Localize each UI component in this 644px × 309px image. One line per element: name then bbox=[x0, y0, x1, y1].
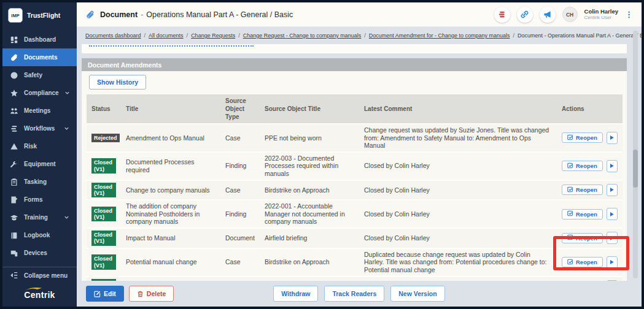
run-button[interactable] bbox=[607, 132, 618, 144]
reopen-button[interactable]: Reopen bbox=[562, 161, 603, 171]
announcements-button[interactable] bbox=[540, 7, 556, 23]
user-name: Colin Harley bbox=[584, 8, 618, 15]
sidebar-item-compliance[interactable]: Compliance bbox=[2, 84, 77, 102]
vertical-scrollbar[interactable] bbox=[633, 31, 638, 278]
run-button[interactable] bbox=[607, 232, 618, 244]
page-title: Operations Manual Part A - General / Bas… bbox=[146, 10, 293, 19]
breadcrumb-separator: / bbox=[513, 32, 514, 39]
table-row: Closed (V1)Impact to ManualDocumentAirfi… bbox=[87, 228, 623, 248]
breadcrumb-link[interactable]: Change Request - Change to company manua… bbox=[243, 32, 362, 39]
breadcrumb-link[interactable]: Change Requests bbox=[191, 32, 235, 39]
sidebar-item-label: Risk bbox=[24, 143, 37, 150]
latest-comment: Closed by Colin Harley bbox=[364, 162, 430, 169]
show-history-button[interactable]: Show History bbox=[89, 75, 146, 90]
run-button[interactable] bbox=[607, 256, 618, 269]
user-role: Centrik User bbox=[584, 15, 618, 21]
sidebar-item-safety[interactable]: Safety bbox=[2, 66, 77, 84]
status-badge: Closed (V1) bbox=[91, 183, 116, 198]
sidebar-item-label: Logbook bbox=[24, 232, 50, 238]
page-title-separator: - bbox=[141, 10, 143, 19]
training-icon bbox=[10, 213, 18, 222]
table-header-row: StatusTitleSource Object TypeSource Obje… bbox=[87, 94, 623, 124]
sidebar-item-label: Equipment bbox=[24, 161, 56, 167]
equipment-icon bbox=[10, 160, 18, 169]
collapse-menu-label: Collapse menu bbox=[24, 272, 68, 279]
imp-logo: IMP bbox=[8, 8, 23, 23]
sidebar-item-risk[interactable]: Risk bbox=[2, 137, 77, 155]
amendment-title: Change to company manuals bbox=[126, 186, 210, 194]
safety-icon bbox=[10, 71, 18, 80]
run-button[interactable] bbox=[607, 184, 618, 196]
sidebar-item-training[interactable]: Training bbox=[2, 208, 77, 226]
run-button[interactable] bbox=[607, 208, 618, 220]
sidebar-item-label: Tasking bbox=[24, 178, 47, 185]
table-row: Closed (V1)Potential manual changeCaseBi… bbox=[87, 248, 623, 277]
sidebar-item-forms[interactable]: Forms bbox=[2, 191, 77, 208]
amendment-title: Documented Processes required bbox=[126, 158, 194, 174]
breadcrumb-link[interactable]: Documents dashboard bbox=[85, 32, 141, 39]
latest-comment: Closed by Colin Harley bbox=[364, 234, 430, 242]
sidebar-item-label: Devices bbox=[24, 250, 47, 256]
scrollbar-thumb[interactable] bbox=[633, 150, 638, 188]
avatar[interactable]: CH bbox=[562, 7, 578, 22]
amendment-title: Impact to Manual bbox=[126, 234, 176, 242]
source-object-type: Case bbox=[225, 134, 241, 142]
forms-icon bbox=[10, 196, 18, 204]
more-options-button[interactable]: ⋮ bbox=[625, 10, 633, 18]
tasks-button[interactable] bbox=[494, 7, 510, 23]
run-button[interactable] bbox=[607, 160, 618, 172]
chevron-down-icon bbox=[64, 215, 69, 220]
status-badge: Closed (V1) bbox=[91, 231, 116, 246]
amendments-table: StatusTitleSource Object TypeSource Obje… bbox=[87, 94, 623, 281]
breadcrumb-separator: / bbox=[238, 32, 240, 39]
reopen-button[interactable]: Reopen bbox=[562, 257, 603, 267]
sidebar-item-logbook[interactable]: Logbook bbox=[2, 226, 77, 244]
reopen-button[interactable]: Reopen bbox=[562, 185, 603, 195]
amendment-title: Potential manual change bbox=[126, 258, 197, 265]
breadcrumb-link[interactable]: Document Amendment for - Change to compa… bbox=[369, 32, 510, 39]
sidebar-item-workflows[interactable]: Workflows bbox=[2, 120, 77, 137]
trash-icon bbox=[137, 291, 144, 297]
brand[interactable]: IMP TrustFlight bbox=[2, 2, 77, 28]
reopen-button[interactable]: Reopen bbox=[562, 209, 603, 219]
sidebar-item-meetings[interactable]: Meetings bbox=[2, 102, 77, 120]
reopen-button[interactable]: Reopen bbox=[562, 233, 603, 243]
latest-comment: Change request was updated by Suzie Jone… bbox=[364, 126, 549, 149]
withdraw-button[interactable]: Withdraw bbox=[273, 286, 318, 302]
new-version-button[interactable]: New Version bbox=[390, 286, 444, 302]
status-badge: Closed (V1) bbox=[91, 254, 116, 270]
centrik-logo: Centrik bbox=[2, 283, 77, 307]
centrik-swoosh-icon bbox=[25, 286, 43, 291]
risk-icon bbox=[10, 142, 18, 151]
column-header-latest-comment: Latest Comment bbox=[359, 94, 557, 124]
footer-toolbar: Edit Delete Withdraw Track Readers New V… bbox=[77, 281, 642, 307]
source-object-title: 2022-003 - Documented Processes required… bbox=[265, 154, 338, 177]
play-icon bbox=[609, 210, 615, 219]
sidebar-item-documents[interactable]: Documents bbox=[2, 48, 77, 66]
column-header-source-object-type: Source Object Type bbox=[220, 94, 260, 124]
sidebar-item-devices[interactable]: Devices bbox=[2, 244, 77, 262]
sidebar-item-label: Training bbox=[24, 214, 48, 221]
sidebar-item-tasking[interactable]: Tasking bbox=[2, 173, 77, 191]
pencil-icon bbox=[94, 291, 101, 297]
edit-button[interactable]: Edit bbox=[86, 286, 124, 302]
source-object-type: Case bbox=[225, 258, 241, 265]
breadcrumb-current: Document - Operations Manual Part A - Ge… bbox=[518, 32, 642, 39]
track-readers-button[interactable]: Track Readers bbox=[324, 286, 384, 302]
reopen-button[interactable]: Reopen bbox=[562, 132, 603, 143]
tasks-icon bbox=[497, 10, 506, 19]
sidebar-item-label: Documents bbox=[24, 54, 57, 61]
sidebar-item-collapse-menu[interactable]: Collapse menu bbox=[2, 267, 77, 283]
paperclip-icon bbox=[85, 10, 95, 20]
header-actions: CH Colin Harley Centrik User ⋮ bbox=[494, 7, 633, 23]
amendment-title: The addition of company Nominated Postho… bbox=[126, 202, 200, 225]
dashboard-icon bbox=[10, 36, 18, 44]
breadcrumb-link[interactable]: All documents bbox=[149, 32, 184, 39]
action-label: Reopen bbox=[576, 211, 597, 218]
sidebar-item-equipment[interactable]: Equipment bbox=[2, 155, 77, 173]
source-object-type: Finding bbox=[225, 210, 246, 218]
link-icon bbox=[520, 10, 529, 19]
delete-button[interactable]: Delete bbox=[129, 286, 174, 302]
sidebar-item-dashboard[interactable]: Dashboard bbox=[2, 31, 77, 48]
link-button[interactable] bbox=[517, 7, 533, 23]
